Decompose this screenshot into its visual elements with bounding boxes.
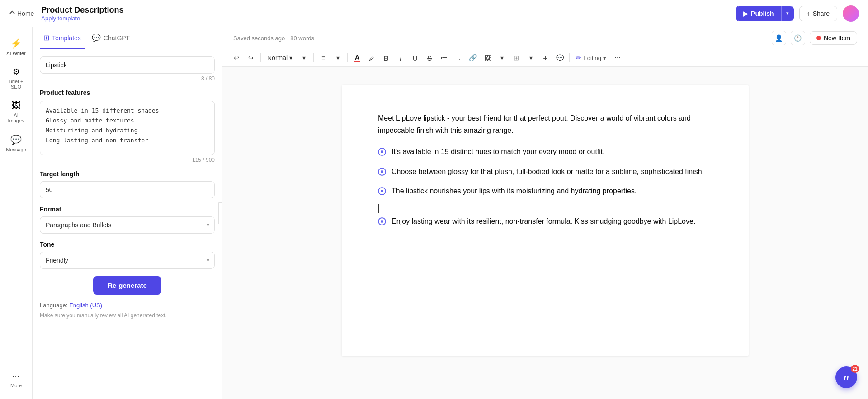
disclaimer-text: Make sure you manually review all AI gen… bbox=[40, 311, 215, 319]
history-button[interactable]: 🕐 bbox=[791, 31, 805, 45]
bullet-dot-2 bbox=[378, 168, 386, 176]
editing-chevron-icon: ▾ bbox=[603, 55, 606, 61]
tab-templates-label: Templates bbox=[52, 34, 81, 42]
collaborators-button[interactable]: 👤 bbox=[772, 31, 786, 45]
more-label: More bbox=[10, 383, 22, 388]
regenerate-button[interactable]: Re-generate bbox=[93, 276, 161, 295]
image-button[interactable]: 🖼 bbox=[481, 51, 494, 65]
message-icon: 💬 bbox=[10, 134, 22, 145]
redo-button[interactable]: ↪ bbox=[244, 51, 258, 65]
sidebar-item-message[interactable]: 💬 Message bbox=[3, 131, 30, 156]
main-layout: ⚡ AI Writer ⚙ Brief + SEO 🖼 AI Images 💬 … bbox=[0, 27, 868, 399]
editor-topbar-right: 👤 🕐 New Item bbox=[772, 31, 857, 45]
table-button[interactable]: ⊞ bbox=[509, 51, 523, 65]
publish-button-wrap: ▶ Publish ▾ bbox=[736, 6, 794, 21]
target-length-label: Target length bbox=[40, 170, 215, 178]
bullet-dot-1 bbox=[378, 148, 386, 156]
editor-topbar: Saved seconds ago 80 words 👤 🕐 New Item bbox=[222, 27, 868, 49]
home-label: Home bbox=[17, 10, 34, 17]
bullet-dot-inner-4 bbox=[381, 220, 383, 223]
publish-play-icon: ▶ bbox=[743, 10, 748, 17]
bullet-text-3: The lipstick nourishes your lips with it… bbox=[392, 185, 637, 197]
ai-writer-label: AI Writer bbox=[6, 51, 26, 56]
home-link[interactable]: Home bbox=[9, 10, 34, 17]
editor-toolbar: ↩ ↪ Normal ▾ ▾ ≡ ▾ A 🖊 B I U S ≔ bbox=[222, 49, 868, 67]
target-length-input[interactable] bbox=[40, 181, 215, 198]
panel-collapse-button[interactable]: ‹ bbox=[218, 202, 222, 224]
sidebar-item-brief-seo[interactable]: ⚙ Brief + SEO bbox=[3, 63, 30, 93]
editor-paragraph[interactable]: Meet LipLove lipstick - your best friend… bbox=[378, 112, 712, 136]
clear-format-button[interactable]: T̶ bbox=[538, 51, 552, 65]
message-label: Message bbox=[6, 147, 26, 152]
topbar-actions: ▶ Publish ▾ ↑ Share bbox=[736, 5, 859, 22]
image-dropdown-button[interactable]: ▾ bbox=[495, 51, 509, 65]
format-select[interactable]: Paragraphs and Bullets Paragraphs Only B… bbox=[40, 216, 215, 234]
person-icon: 👤 bbox=[775, 34, 783, 42]
format-chevron-btn[interactable]: ▾ bbox=[297, 51, 311, 65]
format-selector[interactable]: Normal ▾ bbox=[264, 51, 296, 65]
editor-area: Saved seconds ago 80 words 👤 🕐 New Item … bbox=[222, 27, 868, 399]
new-item-label: New Item bbox=[824, 34, 850, 42]
publish-button[interactable]: ▶ Publish bbox=[736, 6, 781, 21]
comment-button[interactable]: 💬 bbox=[553, 51, 566, 65]
editor-document[interactable]: Meet LipLove lipstick - your best friend… bbox=[342, 85, 749, 356]
bullet-dot-inner-3 bbox=[381, 190, 383, 192]
page-title: Product Descriptions bbox=[41, 5, 728, 15]
product-name-input[interactable] bbox=[40, 56, 215, 74]
format-chevron-icon: ▾ bbox=[289, 54, 292, 61]
sidebar-item-ai-images[interactable]: 🖼 AI Images bbox=[3, 97, 30, 127]
bullet-text-4: Enjoy lasting wear with its resilient, n… bbox=[392, 215, 695, 227]
language-label: Language: bbox=[40, 302, 67, 309]
tab-templates[interactable]: ⊞ Templates bbox=[40, 27, 85, 49]
bullet-dot-inner-1 bbox=[381, 150, 383, 153]
product-features-label: Product features bbox=[40, 89, 215, 96]
publish-label: Publish bbox=[751, 10, 774, 17]
new-item-button[interactable]: New Item bbox=[810, 31, 857, 45]
numbered-list-button[interactable]: ⒈ bbox=[452, 51, 465, 65]
product-name-char-count: 8 / 80 bbox=[40, 75, 215, 82]
strikethrough-button[interactable]: S bbox=[423, 51, 436, 65]
editor-bullet-4: Enjoy lasting wear with its resilient, n… bbox=[378, 215, 712, 227]
notification-icon: n bbox=[844, 373, 849, 382]
bullet-text-2: Choose between glossy for that plush, fu… bbox=[392, 165, 704, 178]
toolbar-divider-2 bbox=[313, 53, 314, 62]
bullet-list-button[interactable]: ≔ bbox=[437, 51, 451, 65]
word-count: 80 words bbox=[290, 35, 314, 42]
italic-button[interactable]: I bbox=[394, 51, 407, 65]
editing-label: Editing bbox=[583, 55, 601, 61]
sidebar-item-ai-writer[interactable]: ⚡ AI Writer bbox=[3, 34, 30, 60]
side-panel: ⊞ Templates 💬 ChatGPT 8 / 80 Product fea… bbox=[33, 27, 222, 399]
templates-grid-icon: ⊞ bbox=[43, 33, 49, 42]
underline-button[interactable]: U bbox=[408, 51, 422, 65]
topbar: Home Product Descriptions Apply template… bbox=[0, 0, 868, 27]
highlight-button[interactable]: 🖊 bbox=[365, 51, 378, 65]
tone-select[interactable]: Friendly Professional Casual Formal bbox=[40, 252, 215, 269]
editing-mode-button[interactable]: ✏ Editing ▾ bbox=[572, 52, 610, 63]
text-cursor bbox=[378, 204, 379, 213]
text-color-button[interactable]: A bbox=[350, 51, 364, 65]
brief-seo-label: Brief + SEO bbox=[5, 79, 27, 89]
undo-button[interactable]: ↩ bbox=[230, 51, 243, 65]
share-button[interactable]: ↑ Share bbox=[799, 6, 837, 21]
table-dropdown-button[interactable]: ▾ bbox=[524, 51, 538, 65]
avatar[interactable] bbox=[843, 5, 859, 22]
product-features-textarea[interactable]: Available in 15 different shades Glossy … bbox=[40, 101, 215, 155]
brief-seo-icon: ⚙ bbox=[13, 67, 20, 77]
apply-template-link[interactable]: Apply template bbox=[41, 15, 728, 22]
more-toolbar-button[interactable]: ⋯ bbox=[611, 51, 624, 65]
align-dropdown-button[interactable]: ▾ bbox=[331, 51, 344, 65]
notification-badge[interactable]: n 21 bbox=[835, 366, 857, 388]
language-link[interactable]: English (US) bbox=[69, 302, 102, 309]
tab-chatgpt[interactable]: 💬 ChatGPT bbox=[88, 27, 133, 49]
format-label: Normal bbox=[267, 54, 288, 61]
link-button[interactable]: 🔗 bbox=[466, 51, 480, 65]
tab-chatgpt-label: ChatGPT bbox=[104, 34, 130, 42]
publish-dropdown-button[interactable]: ▾ bbox=[781, 6, 793, 21]
bullet-dot-4 bbox=[378, 217, 386, 225]
align-button[interactable]: ≡ bbox=[316, 51, 330, 65]
ai-writer-icon: ⚡ bbox=[10, 38, 22, 49]
bold-button[interactable]: B bbox=[379, 51, 393, 65]
editor-content-area[interactable]: Meet LipLove lipstick - your best friend… bbox=[222, 67, 868, 399]
sidebar-item-more[interactable]: ··· More bbox=[3, 369, 30, 392]
format-select-wrap: Paragraphs and Bullets Paragraphs Only B… bbox=[40, 216, 215, 234]
